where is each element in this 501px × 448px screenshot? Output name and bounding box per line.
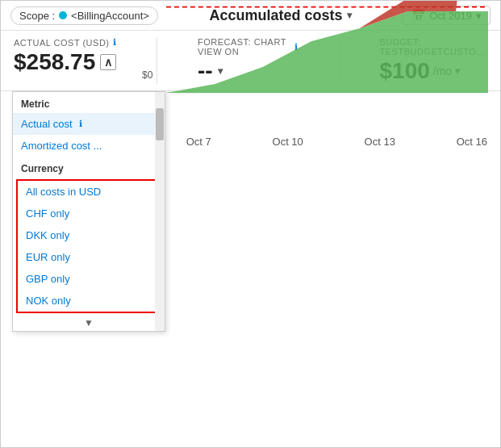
x-label-oct7: Oct 7 <box>186 136 211 148</box>
gbp-option: GBP only <box>26 273 70 285</box>
scope-label: Scope : <box>19 10 55 22</box>
actual-cost-label-text: ACTUAL COST (USD) <box>14 38 110 48</box>
all-usd-option: All costs in USD <box>26 186 101 198</box>
x-label-oct10: Oct 10 <box>273 136 303 148</box>
actual-cost-chevron-icon[interactable]: ∧ <box>100 54 116 70</box>
actual-cost-info-icon[interactable]: ℹ <box>113 37 117 48</box>
dropdown-item-gbp[interactable]: GBP only <box>18 268 160 290</box>
metric-dropdown[interactable]: Metric Actual cost ℹ Amortized cost ... … <box>12 91 165 332</box>
scope-badge[interactable]: Scope : <BillingAccount> <box>10 6 158 25</box>
chart-container: $50 $0 <box>166 0 488 136</box>
x-label-oct16: Oct 16 <box>457 136 487 148</box>
actual-cost-number: $258.75 <box>14 49 95 75</box>
chf-option: CHF only <box>26 207 69 220</box>
nok-option: NOK only <box>26 295 71 307</box>
amortized-cost-option: Amortized cost ... <box>21 140 102 152</box>
dropdown-item-nok[interactable]: NOK only <box>18 290 160 312</box>
scope-value: <BillingAccount> <box>71 10 149 22</box>
dropdown-item-amortized-cost[interactable]: Amortized cost ... <box>13 135 165 157</box>
y-label-0: $0 <box>142 69 152 81</box>
dropdown-item-actual-cost[interactable]: Actual cost ℹ <box>13 113 165 135</box>
main-content: Metric Actual cost ℹ Amortized cost ... … <box>1 91 500 448</box>
currency-section-label: Currency <box>13 157 165 178</box>
dropdown-item-dkk[interactable]: DKK only <box>18 224 160 246</box>
actual-cost-block: ACTUAL COST (USD) ℹ $258.75 ∧ <box>14 37 116 75</box>
separator-1 <box>157 37 157 84</box>
actual-cost-label: ACTUAL COST (USD) ℹ <box>14 37 116 48</box>
dropdown-item-eur[interactable]: EUR only <box>18 246 160 268</box>
dropdown-scrollbar[interactable] <box>155 92 165 331</box>
scope-dot <box>59 11 67 19</box>
actual-cost-option: Actual cost <box>21 118 73 130</box>
currency-section: All costs in USD CHF only DKK only EUR o… <box>16 179 161 313</box>
eur-option: EUR only <box>26 251 70 263</box>
metric-section-label: Metric <box>13 92 165 113</box>
x-label-oct13: Oct 13 <box>365 136 395 148</box>
actual-cost-option-info-icon[interactable]: ℹ <box>79 119 82 129</box>
dropdown-scroll-down-icon[interactable]: ▼ <box>13 315 165 331</box>
dkk-option: DKK only <box>26 229 69 241</box>
actual-cost-value: $258.75 ∧ <box>14 49 116 75</box>
scrollbar-thumb[interactable] <box>156 108 164 140</box>
dropdown-item-all-usd[interactable]: All costs in USD <box>18 181 160 203</box>
svg-marker-3 <box>166 11 488 93</box>
chart-svg <box>166 0 488 136</box>
dropdown-item-chf[interactable]: CHF only <box>18 203 160 224</box>
